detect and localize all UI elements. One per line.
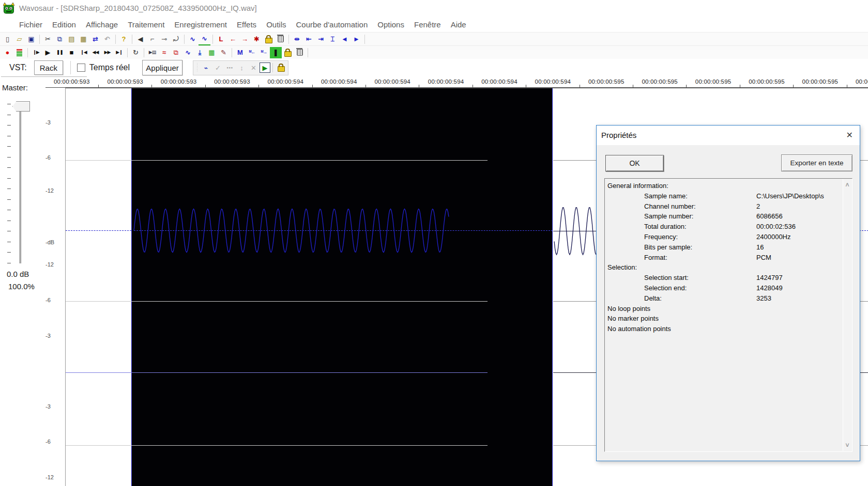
marker-right-icon[interactable]: ᴹ→ <box>258 47 270 58</box>
cursor-left-icon[interactable]: ◄ <box>339 34 351 45</box>
slider-tick <box>7 221 11 221</box>
menu-item-enregistrement[interactable]: Enregistrement <box>174 20 227 29</box>
batch-process-icon[interactable]: ▦ <box>206 47 218 58</box>
open-file-icon[interactable]: ▱ <box>13 34 25 45</box>
marker-zone-icon[interactable]: ❚ <box>270 47 282 58</box>
run-automation-icon[interactable]: ▶ <box>260 62 270 73</box>
new-file-icon[interactable]: ▯ <box>2 34 13 45</box>
properties-list[interactable]: General information:Sample name:C:\Users… <box>604 178 852 452</box>
close-icon[interactable]: ✕ <box>846 130 853 140</box>
vst-apply-button[interactable]: Appliquer <box>142 60 182 75</box>
master-slider-handle[interactable] <box>12 101 30 112</box>
menu-item-outils[interactable]: Outils <box>266 20 286 29</box>
paste-icon[interactable]: ▤ <box>66 34 78 45</box>
menu-item-traitement[interactable]: Traitement <box>128 20 164 29</box>
property-value: 2 <box>756 202 760 210</box>
menu-item-fen-tre[interactable]: Fenêtre <box>414 20 441 29</box>
automation-curve-icon[interactable]: ⌁ <box>200 62 212 73</box>
marker-left-icon[interactable]: ᴹ← <box>246 47 258 58</box>
ruler-timestamp: 00:00:00:594 <box>374 79 410 85</box>
property-row: No automation points <box>605 325 852 335</box>
property-row: Delta:3253 <box>605 294 852 305</box>
selection-shrink-right-icon[interactable]: ⇥ <box>315 34 327 45</box>
ruler-tick <box>312 85 313 87</box>
speaker-icon[interactable]: ◀ <box>134 34 146 45</box>
filter-wave-icon[interactable]: ∿ <box>182 47 194 58</box>
go-to-start-icon[interactable]: ❙◀ <box>78 47 89 58</box>
help-icon[interactable]: ? <box>118 34 130 45</box>
slider-tick <box>7 263 11 263</box>
stop-icon[interactable]: ■ <box>66 47 78 58</box>
selection-shrink-left-icon[interactable]: ⇤ <box>303 34 315 45</box>
zoom-wave-selection-icon[interactable]: ∿ <box>199 33 210 45</box>
lock-icon[interactable] <box>263 34 275 45</box>
undo-icon[interactable]: ↶ <box>101 34 113 45</box>
lock-icon[interactable] <box>275 62 287 73</box>
dialog-title: Propriétés <box>601 126 636 145</box>
menu-item-edition[interactable]: Edition <box>52 20 76 29</box>
menu-item-effets[interactable]: Effets <box>237 20 256 29</box>
burst-region-icon[interactable]: ✱ <box>251 34 263 45</box>
point-connect-icon[interactable]: ⌐ <box>146 34 158 45</box>
property-row: General information: <box>605 182 852 192</box>
cursor-right-icon[interactable]: ► <box>351 34 362 45</box>
menu-item-affichage[interactable]: Affichage <box>86 20 118 29</box>
delete-points-icon[interactable]: ✕ <box>248 62 260 73</box>
copy-icon[interactable]: ⧉ <box>54 34 66 45</box>
scroll-up-icon[interactable]: ˄ <box>843 181 851 189</box>
ruler-tick <box>419 85 419 87</box>
ruler-tick <box>686 85 687 87</box>
region-left-icon[interactable]: ← <box>227 34 239 45</box>
loop-icon[interactable]: ↻ <box>130 47 142 58</box>
menu-item-fichier[interactable]: Fichier <box>19 20 42 29</box>
delete-icon[interactable] <box>294 47 306 58</box>
confirm-points-icon[interactable]: ✓ <box>212 62 224 73</box>
master-slider-track[interactable] <box>19 103 21 263</box>
swap-channels-icon[interactable]: ⇄ <box>89 34 101 45</box>
separator <box>308 48 308 57</box>
ok-button[interactable]: OK <box>605 155 664 171</box>
node-connect-icon[interactable]: ⊸ <box>158 34 170 45</box>
menu-item-aide[interactable]: Aide <box>451 20 466 29</box>
selection-expand-icon[interactable]: ⇹ <box>291 34 303 45</box>
property-label: Bits per sample: <box>605 243 692 251</box>
zoom-wave-vertical-icon[interactable]: ∿ <box>187 34 199 45</box>
delete-icon[interactable] <box>275 34 286 45</box>
realtime-checkbox[interactable] <box>77 64 85 72</box>
lock-icon[interactable] <box>282 47 294 58</box>
statistics-icon[interactable]: ≈ <box>158 47 170 58</box>
menu-bar: FichierEditionAffichageTraitementEnregis… <box>0 17 868 32</box>
ruler-timestamp: 00:00:00:593 <box>214 79 250 85</box>
record-icon[interactable]: ● <box>2 47 13 58</box>
fast-forward-icon[interactable]: ▶▶ <box>101 47 113 58</box>
property-row: No loop points <box>605 305 852 315</box>
rewind-icon[interactable]: ◀◀ <box>89 47 101 58</box>
timeline-ruler[interactable]: 00:00:00:59300:00:00:59300:00:00:59300:0… <box>0 76 868 88</box>
marker-m-icon[interactable]: M <box>234 47 246 58</box>
insert-file-icon[interactable]: ▶▤ <box>146 47 158 58</box>
selection-trim-icon[interactable]: ⌶ <box>327 34 339 45</box>
marker-start-icon[interactable]: L <box>215 34 227 45</box>
resize-vertical-icon[interactable]: ↕ <box>236 62 248 73</box>
scroll-down-icon[interactable]: ˅ <box>843 442 851 449</box>
property-value: C:\Users\JP\Desktop\s <box>756 192 824 200</box>
scrollbar[interactable]: ˄ ˅ <box>843 179 851 451</box>
copy-file-icon[interactable]: ⧉ <box>170 47 182 58</box>
normalize-icon[interactable]: ⤓ <box>194 47 206 58</box>
ruler-tick <box>580 85 580 87</box>
pause-icon[interactable]: ❚❚ <box>54 47 66 58</box>
play-from-cursor-icon[interactable]: ❙▶ <box>30 47 42 58</box>
export-text-button[interactable]: Exporter en texte <box>781 154 852 171</box>
menu-item-options[interactable]: Options <box>377 20 404 29</box>
property-row: Channel number:2 <box>605 202 852 213</box>
go-to-end-icon[interactable]: ▶❙ <box>113 47 125 58</box>
wrench-icon[interactable]: ⤾ <box>170 34 182 45</box>
show-points-icon[interactable]: ⋯ <box>224 62 236 73</box>
draw-pencil-icon[interactable]: ✎ <box>218 47 230 58</box>
paste-special-icon[interactable]: ▦ <box>78 34 89 45</box>
save-file-icon[interactable]: ▣ <box>25 34 37 45</box>
menu-item-courbe-d-automation[interactable]: Courbe d'automation <box>296 20 368 29</box>
ruler-timestamp: 00:00:00:594 <box>428 79 464 85</box>
ruler-tick <box>740 85 740 87</box>
region-right-icon[interactable]: → <box>239 34 251 45</box>
